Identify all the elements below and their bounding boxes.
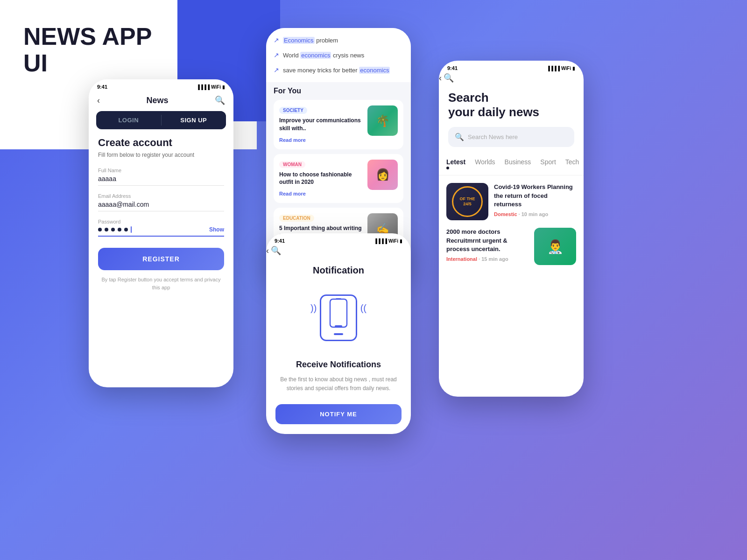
read-more-society[interactable]: Read more [279,137,306,143]
notification-title: Notification [313,265,364,276]
wave-right-icon: (( [360,303,366,314]
news-img-society [367,105,398,136]
cursor [131,226,132,233]
phone-search: 9:41 ▐▐▐▐ WiFi ▮ ‹ 🔍 Search your daily n… [439,61,584,397]
news-time-doctors: · 15 min ago [479,256,508,262]
page-title-line1: NEWS APP [23,23,152,50]
nav-title-register: News [146,96,168,105]
news-meta-doctors: International · 15 min ago [446,256,529,262]
phone-register: 9:41 ▐▐▐▐ WiFi ▮ ‹ News 🔍 LOGIN SIGN UP … [89,79,233,387]
news-meta-covid: Domestic · 10 min ago [494,211,576,217]
society-image [367,105,398,136]
arrow-icon-1: ↗ [274,36,279,44]
news-item-covid[interactable]: OF THE24/5 Covid-19 Workers Planning the… [446,183,576,220]
page-container: NEWS APP UI 9:41 ▐▐▐▐ WiFi ▮ ‹ News 🔍 LO… [0,0,747,560]
search-box-icon: 🔍 [455,133,464,141]
nav-bar-search: ‹ 🔍 [439,73,584,83]
notify-me-button[interactable]: NOTIFY ME [275,404,402,424]
svg-rect-2 [336,298,341,300]
search-placeholder: Search News here [468,133,518,140]
suggestion-1[interactable]: ↗ Economics problem [274,33,403,48]
status-bar-notification: 9:41 ▐▐▐▐ WiFi ▮ [266,233,411,245]
search-icon-notification[interactable]: 🔍 [271,246,281,255]
password-row: Show [98,226,224,237]
signal-icon: ▐▐▐▐ [197,84,210,90]
status-time-register: 9:41 [97,84,107,90]
svg-rect-1 [335,325,342,327]
status-bar-register: 9:41 ▐▐▐▐ WiFi ▮ [89,79,233,91]
tag-education: EDUCATION [279,215,314,222]
show-password-button[interactable]: Show [209,226,224,233]
search-icon-register[interactable]: 🔍 [215,95,225,105]
covid-image: OF THE24/5 [446,183,488,220]
suggestion-2[interactable]: ↗ World economics crysis news [274,48,403,63]
fullname-label: Full Name [98,168,224,173]
tab-bar-register: LOGIN SIGN UP [96,111,226,129]
status-icons-notification: ▐▐▐▐ WiFi ▮ [374,238,402,244]
search-big-title: Search your daily news [448,91,574,119]
nav-bar-register: ‹ News 🔍 [89,91,233,111]
tab-sport[interactable]: Sport [540,158,556,168]
phone-notification: 9:41 ▐▐▐▐ WiFi ▮ ‹ 🔍 Notification )) [266,233,411,434]
tab-worlds[interactable]: Worlds [475,158,495,168]
news-item-doctors[interactable]: 2000 more doctors Recruitmrnt urgent & p… [446,228,576,265]
tag-woman: WOMAN [279,161,305,168]
back-button-notification[interactable]: ‹ [266,246,269,255]
suggestion-text-3: save money tricks for better economics [283,67,390,74]
news-img-doctors: 👨‍⚕️ [534,228,576,265]
nav-bar-notification: ‹ 🔍 [266,245,411,256]
back-button-register[interactable]: ‹ [97,96,100,105]
notification-body: Notification )) (( Receive Notifications… [266,256,411,434]
tab-business[interactable]: Business [505,158,531,168]
suggestion-text-2: World economics crysis news [283,52,364,59]
tab-letest[interactable]: Letest [446,158,465,168]
search-title-line2: your daily news [448,105,539,119]
dot-3 [111,228,115,231]
phone-icon-container: )) (( [310,290,366,346]
news-card-content-woman: WOMAN How to choose fashionable outfit i… [279,160,363,198]
suggestion-3[interactable]: ↗ save money tricks for better economics [274,63,403,77]
receive-notifications-desc: Be the first to know about big news , mu… [275,375,402,393]
woman-image [367,160,398,190]
news-title-woman: How to choose fashionable outfit in 2020 [279,171,363,187]
read-more-woman[interactable]: Read more [279,191,306,196]
fullname-field[interactable]: Full Name aaaaa [98,168,224,186]
news-category-covid: Domestic [494,211,517,217]
news-img-woman [367,160,398,190]
back-button-search[interactable]: ‹ [439,73,442,83]
register-title: Create account [98,137,224,149]
dot-4 [118,228,121,231]
news-title-doctors: 2000 more doctors Recruitmrnt urgent & p… [446,228,529,253]
receive-notifications-title: Receive Notifications [296,360,381,370]
news-time-covid: · 10 min ago [519,211,549,217]
news-category-doctors: International [446,256,477,262]
password-field[interactable]: Password Show [98,219,224,237]
for-you-title: For You [274,87,403,95]
status-time-search: 9:41 [447,65,458,71]
news-img-covid: OF THE24/5 [446,183,488,220]
register-button[interactable]: REGISTER [98,248,224,270]
news-card-content-society: SOCIETY Improve your communications skil… [279,105,363,144]
wave-left-icon: )) [310,303,317,314]
status-icons-search: ▐▐▐▐ WiFi ▮ [547,66,575,71]
news-tabs: Letest Worlds Business Sport Tech [439,154,584,175]
tab-login[interactable]: LOGIN [96,111,161,129]
search-icon-search[interactable]: 🔍 [444,73,454,83]
status-time-notification: 9:41 [275,238,285,244]
wifi-icon: WiFi [211,84,221,90]
email-label: Email Address [98,193,224,199]
dot-1 [98,228,102,231]
register-subtitle: Fill form below to register your account [98,152,224,158]
phone-icon [320,294,357,341]
news-title-society: Improve your communications skill with.. [279,117,363,133]
search-box[interactable]: 🔍 Search News here [448,127,574,147]
news-card-society[interactable]: SOCIETY Improve your communications skil… [274,100,403,149]
tab-tech[interactable]: Tech [565,158,579,168]
email-value: aaaaa@mail.com [98,201,224,211]
news-card-woman[interactable]: WOMAN How to choose fashionable outfit i… [274,154,403,203]
page-title: NEWS APP UI [23,23,152,77]
email-field[interactable]: Email Address aaaaa@mail.com [98,193,224,211]
tab-signup[interactable]: SIGN UP [162,111,226,129]
status-bar-search: 9:41 ▐▐▐▐ WiFi ▮ [439,61,584,73]
dot-2 [105,228,108,231]
